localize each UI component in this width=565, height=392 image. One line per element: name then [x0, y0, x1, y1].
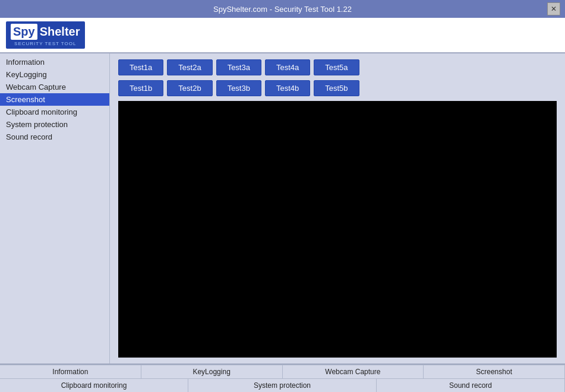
- bottom-tabs-row1: Information KeyLogging Webcam Capture Sc…: [0, 365, 565, 378]
- sidebar-item-webcam-capture[interactable]: Webcam Capture: [0, 81, 109, 93]
- sidebar-item-screenshot[interactable]: Screenshot: [0, 93, 109, 106]
- logo-spy: Spy: [11, 24, 37, 40]
- title-bar: SpyShelter.com - Security Test Tool 1.22…: [0, 0, 565, 18]
- logo-bar: Spy Shelter SECURITY TEST TOOL: [0, 18, 565, 53]
- sidebar: Information KeyLogging Webcam Capture Sc…: [0, 53, 110, 363]
- sidebar-item-system-protection[interactable]: System protection: [0, 118, 109, 131]
- test4a-button[interactable]: Test4a: [265, 59, 310, 75]
- test1a-button[interactable]: Test1a: [118, 59, 163, 75]
- bottom-tab-webcam-capture[interactable]: Webcam Capture: [283, 365, 424, 378]
- content-area: Test1a Test2a Test3a Test4a Test5a Test1…: [110, 53, 565, 363]
- screenshot-display: [118, 101, 557, 358]
- test5a-button[interactable]: Test5a: [314, 59, 359, 75]
- test2a-button[interactable]: Test2a: [167, 59, 212, 75]
- test4b-button[interactable]: Test4b: [265, 80, 310, 96]
- sidebar-item-sound-record[interactable]: Sound record: [0, 131, 109, 143]
- logo: Spy Shelter SECURITY TEST TOOL: [6, 21, 85, 49]
- logo-text: Spy Shelter SECURITY TEST TOOL: [11, 24, 80, 46]
- bottom-tab-sound-record[interactable]: Sound record: [377, 379, 565, 392]
- bottom-tab-information[interactable]: Information: [0, 365, 141, 378]
- bottom-tab-clipboard-monitoring[interactable]: Clipboard monitoring: [0, 379, 188, 392]
- test-buttons-row1: Test1a Test2a Test3a Test4a Test5a: [118, 59, 557, 75]
- sidebar-item-keylogging[interactable]: KeyLogging: [0, 68, 109, 81]
- close-button[interactable]: ✕: [547, 2, 560, 15]
- test5b-button[interactable]: Test5b: [314, 80, 359, 96]
- logo-subtitle: SECURITY TEST TOOL: [11, 41, 80, 46]
- test-buttons-row2: Test1b Test2b Test3b Test4b Test5b: [118, 80, 557, 96]
- bottom-tab-screenshot[interactable]: Screenshot: [424, 365, 565, 378]
- sidebar-item-information[interactable]: Information: [0, 56, 109, 68]
- bottom-tabs-container: Information KeyLogging Webcam Capture Sc…: [0, 363, 565, 392]
- test1b-button[interactable]: Test1b: [118, 80, 163, 96]
- app-window: Spy Shelter SECURITY TEST TOOL Informati…: [0, 18, 565, 392]
- logo-shelter: Shelter: [40, 25, 80, 39]
- test3b-button[interactable]: Test3b: [216, 80, 261, 96]
- test3a-button[interactable]: Test3a: [216, 59, 261, 75]
- main-area: Information KeyLogging Webcam Capture Sc…: [0, 53, 565, 363]
- bottom-tab-system-protection[interactable]: System protection: [188, 379, 377, 392]
- test2b-button[interactable]: Test2b: [167, 80, 212, 96]
- bottom-tabs-row2: Clipboard monitoring System protection S…: [0, 378, 565, 392]
- window-title: SpyShelter.com - Security Test Tool 1.22: [18, 5, 547, 14]
- sidebar-item-clipboard-monitoring[interactable]: Clipboard monitoring: [0, 106, 109, 118]
- bottom-tab-keylogging[interactable]: KeyLogging: [141, 365, 283, 378]
